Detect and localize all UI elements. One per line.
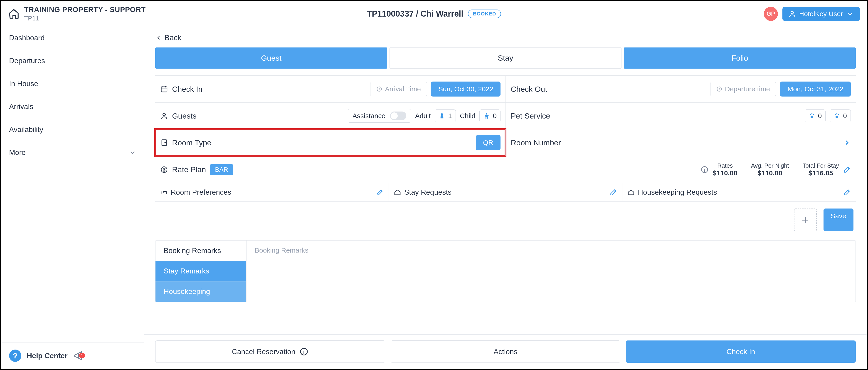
room-number-label: Room Number xyxy=(511,138,561,147)
child-label: Child xyxy=(460,112,475,120)
room-type-value-button[interactable]: QR xyxy=(476,135,500,150)
chevron-down-icon xyxy=(129,149,136,156)
chevron-down-icon xyxy=(846,10,854,18)
sidebar-item-label: Departures xyxy=(9,57,45,65)
sidebar-item-label: Availability xyxy=(9,125,43,134)
pet-count-2[interactable]: 0 xyxy=(830,110,851,122)
edit-icon[interactable] xyxy=(376,189,383,196)
sidebar-item-inhouse[interactable]: In House xyxy=(1,72,144,95)
assistance-label: Assistance xyxy=(352,112,385,120)
room-number-cell[interactable]: Room Number xyxy=(505,129,856,156)
info-icon xyxy=(300,347,308,356)
paw-icon xyxy=(834,112,840,119)
help-center-link[interactable]: Help Center xyxy=(27,351,68,360)
room-preferences-section[interactable]: Room Preferences xyxy=(155,183,389,201)
arrow-left-icon xyxy=(155,34,162,41)
sidebar-item-dashboard[interactable]: Dashboard xyxy=(1,26,144,49)
back-button[interactable]: Back xyxy=(155,33,856,42)
tab-stay[interactable]: Stay xyxy=(390,48,621,68)
house-icon xyxy=(394,189,401,196)
svg-point-14 xyxy=(836,116,838,118)
property-code: TP11 xyxy=(24,15,146,22)
notifications-button[interactable]: 1 xyxy=(73,350,84,361)
total-stay-col: Total For Stay$116.05 xyxy=(803,162,839,177)
room-type-cell[interactable]: Room Type QR xyxy=(155,129,505,156)
checkin-button[interactable]: Check In xyxy=(626,340,856,363)
back-label: Back xyxy=(164,33,182,42)
bed-icon xyxy=(160,189,167,196)
child-icon xyxy=(483,112,490,119)
departure-time-input[interactable]: Departure time xyxy=(710,82,776,96)
sidebar-item-arrivals[interactable]: Arrivals xyxy=(1,95,144,118)
remarks-tab-housekeeping[interactable]: Housekeeping xyxy=(155,281,246,302)
pet-count-1[interactable]: 0 xyxy=(805,110,826,122)
room-preferences-label: Room Preferences xyxy=(171,188,231,197)
edit-rates-button[interactable] xyxy=(843,166,851,173)
rate-plan-chip[interactable]: BAR xyxy=(210,164,233,175)
avatar[interactable]: GP xyxy=(764,7,778,21)
checkin-label: Check In xyxy=(160,85,203,93)
stay-requests-section[interactable]: Stay Requests xyxy=(389,183,622,201)
user-icon xyxy=(788,10,796,18)
svg-point-12 xyxy=(836,113,838,114)
remarks-textarea[interactable]: Booking Remarks xyxy=(246,240,856,302)
svg-point-16 xyxy=(165,142,165,143)
sidebar-item-label: Arrivals xyxy=(9,103,33,111)
save-button[interactable]: Save xyxy=(824,208,854,231)
remarks-tab-stay[interactable]: Stay Remarks xyxy=(155,261,246,281)
user-menu-button[interactable]: HotelKey User xyxy=(782,7,860,21)
clock-icon xyxy=(376,86,382,92)
property-name: TRAINING PROPERTY - SUPPORT xyxy=(24,5,146,14)
room-type-label: Room Type xyxy=(160,138,211,147)
edit-icon[interactable] xyxy=(843,189,851,196)
status-badge: BOOKED xyxy=(468,9,501,18)
sidebar-item-more[interactable]: More xyxy=(1,141,144,164)
reservation-title: TP11000337 / Chi Warrell xyxy=(367,9,463,19)
svg-point-0 xyxy=(791,11,793,13)
tab-guest[interactable]: Guest xyxy=(155,48,387,68)
door-icon xyxy=(160,139,168,146)
cancel-label: Cancel Reservation xyxy=(232,347,295,356)
svg-point-6 xyxy=(486,113,487,114)
arrival-time-input[interactable]: Arrival Time xyxy=(370,82,427,96)
svg-point-8 xyxy=(811,113,812,114)
calendar-icon xyxy=(160,85,168,93)
avg-night-col: Avg. Per Night$110.00 xyxy=(751,162,789,177)
svg-point-10 xyxy=(810,116,813,118)
checkout-label: Check Out xyxy=(511,85,547,93)
sidebar-item-label: More xyxy=(9,148,26,157)
sidebar-item-departures[interactable]: Departures xyxy=(1,49,144,72)
actions-button[interactable]: Actions xyxy=(391,340,621,363)
edit-icon[interactable] xyxy=(610,189,617,196)
person-icon xyxy=(160,112,168,120)
remarks-tab-booking[interactable]: Booking Remarks xyxy=(155,240,246,261)
svg-point-7 xyxy=(810,114,811,115)
rate-plan-label: Rate Plan xyxy=(160,165,206,174)
chevron-right-icon xyxy=(843,139,851,146)
house-icon xyxy=(627,189,634,196)
home-icon[interactable] xyxy=(8,8,20,20)
svg-point-9 xyxy=(813,114,814,115)
info-icon[interactable] xyxy=(701,166,709,174)
adult-label: Adult xyxy=(415,112,431,120)
child-count[interactable]: 0 xyxy=(479,110,500,122)
checkout-date-button[interactable]: Mon, Oct 31, 2022 xyxy=(780,82,851,96)
housekeeping-requests-section[interactable]: Housekeeping Requests xyxy=(622,183,856,201)
sidebar-item-availability[interactable]: Availability xyxy=(1,118,144,141)
paw-icon xyxy=(809,112,815,119)
checkin-date-button[interactable]: Sun, Oct 30, 2022 xyxy=(431,82,500,96)
notifications-badge: 1 xyxy=(79,353,85,358)
add-button[interactable]: + xyxy=(794,208,817,231)
tab-folio[interactable]: Folio xyxy=(624,48,856,68)
svg-point-11 xyxy=(835,114,836,115)
stay-requests-label: Stay Requests xyxy=(404,188,452,197)
switch-icon xyxy=(390,112,406,120)
rates-col: Rates$110.00 xyxy=(713,162,737,177)
adult-count[interactable]: 1 xyxy=(435,110,456,122)
pet-service-label: Pet Service xyxy=(511,112,550,120)
dollar-icon xyxy=(160,166,168,173)
help-icon[interactable]: ? xyxy=(9,349,21,362)
assistance-toggle[interactable]: Assistance xyxy=(348,109,411,123)
cancel-reservation-button[interactable]: Cancel Reservation xyxy=(155,340,385,363)
housekeeping-requests-label: Housekeeping Requests xyxy=(638,188,717,197)
